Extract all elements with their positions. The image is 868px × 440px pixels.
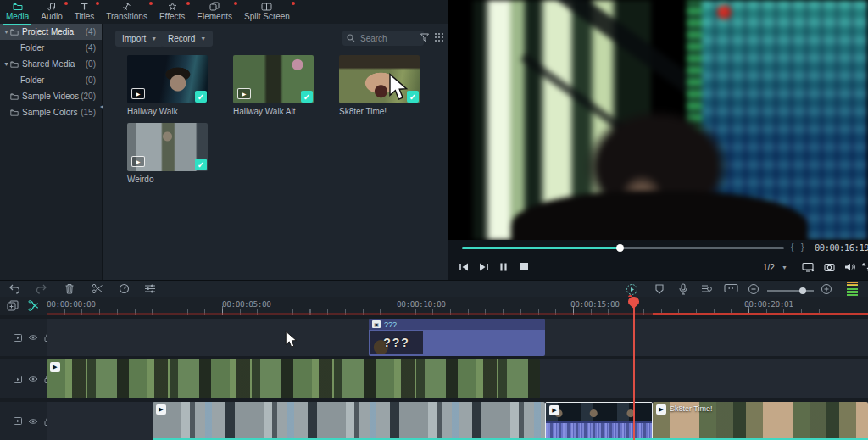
- media-item-label: Hallway Walk: [127, 107, 220, 116]
- clip-overlay-mystery[interactable]: ▣ ??? ???: [369, 319, 545, 356]
- chevron-down-icon: ▼: [782, 265, 787, 270]
- redo-icon[interactable]: [36, 283, 47, 294]
- next-frame-button[interactable]: [479, 262, 490, 272]
- sidebar-item-sample-videos[interactable]: Sample Videos (20): [0, 88, 102, 104]
- record-label: Record: [168, 34, 195, 43]
- media-item-hallway-walk[interactable]: ▶ ✓: [127, 55, 208, 103]
- timecode-display: 00:00:16:19: [815, 242, 868, 253]
- tab-transitions[interactable]: Transitions: [100, 0, 153, 25]
- display-device-icon[interactable]: [802, 262, 815, 272]
- previous-frame-button[interactable]: [458, 262, 469, 272]
- zoom-slider-handle[interactable]: [799, 287, 806, 294]
- split-scissors-icon[interactable]: [92, 283, 103, 294]
- pause-button[interactable]: [499, 262, 508, 272]
- timeline-zoom-slider[interactable]: [767, 290, 814, 292]
- zoom-out-icon[interactable]: [748, 283, 760, 295]
- preview-video-frame: [448, 0, 868, 240]
- track-visibility-eye-icon[interactable]: [28, 418, 38, 425]
- clip-weirdo[interactable]: ▶: [153, 402, 545, 440]
- speed-dial-icon[interactable]: [119, 283, 130, 294]
- undo-icon[interactable]: [8, 283, 20, 294]
- track-lane[interactable]: ▣ ??? ???: [47, 319, 868, 356]
- split-screen-icon: [261, 2, 272, 11]
- tab-label: Split Screen: [244, 12, 290, 21]
- track-visibility-eye-icon[interactable]: [28, 376, 38, 382]
- item-count: (15): [81, 108, 96, 117]
- voiceover-mic-icon[interactable]: [678, 283, 688, 295]
- media-item-sk8ter-time[interactable]: ✓: [339, 55, 420, 103]
- tab-effects[interactable]: Effects: [153, 0, 191, 25]
- text-icon: [80, 2, 89, 11]
- seek-bar-fill: [462, 247, 620, 249]
- fullscreen-expand-icon[interactable]: [861, 262, 868, 272]
- item-count: (4): [86, 27, 96, 36]
- item-count: (0): [86, 75, 96, 85]
- image-clip-icon: ▣: [372, 320, 381, 328]
- media-item-label: Hallway Walk Alt: [233, 107, 326, 116]
- layers-icon: [209, 2, 220, 11]
- stop-button[interactable]: [520, 262, 529, 271]
- notification-dot: [64, 2, 68, 5]
- adjust-sliders-icon[interactable]: [144, 283, 156, 294]
- clip-thumbnail: ???: [370, 331, 423, 354]
- audio-level-meter[interactable]: [847, 282, 858, 296]
- clip-hallway-walk-alt[interactable]: ▶: [47, 359, 540, 398]
- marker-shield-icon[interactable]: [654, 283, 665, 295]
- sidebar-item-project-media[interactable]: ▼ Project Media (4): [0, 24, 102, 40]
- record-button[interactable]: Record ▼: [161, 31, 213, 47]
- track-visibility-eye-icon[interactable]: [28, 334, 38, 341]
- media-item-label: Weirdo: [127, 175, 220, 184]
- filter-funnel-icon[interactable]: [420, 32, 430, 42]
- speaker-volume-icon[interactable]: [844, 262, 855, 272]
- play-badge-icon: ▶: [50, 362, 60, 372]
- track-lane[interactable]: ▶ ▶ ▶ Sk8ter Time!: [47, 402, 868, 440]
- clip-selected-with-audio[interactable]: ▶: [545, 402, 653, 440]
- media-item-weirdo[interactable]: ▶ ✓: [127, 123, 208, 171]
- search-box[interactable]: [342, 31, 424, 46]
- checkmark-icon: ✓: [301, 91, 313, 103]
- delete-trash-icon[interactable]: [64, 283, 75, 294]
- sidebar-item-folder-2[interactable]: Folder (0): [0, 72, 102, 88]
- video-clip-badge-icon: ▶: [131, 156, 145, 167]
- tab-label: Effects: [159, 12, 185, 21]
- expander-caret-icon[interactable]: ▼: [3, 61, 10, 67]
- track-header: [0, 402, 47, 440]
- seek-handle[interactable]: [616, 244, 624, 252]
- unrendered-indicator-line-hot: [653, 313, 868, 315]
- video-clip-badge-icon: ▶: [131, 88, 145, 99]
- track-video-2: ▶: [0, 359, 868, 398]
- expander-caret-icon[interactable]: ▼: [3, 29, 10, 35]
- auto-ripple-icon[interactable]: [27, 300, 39, 311]
- zoom-in-icon[interactable]: [821, 283, 832, 295]
- mark-in-out-icon[interactable]: { }: [791, 242, 806, 252]
- track-lane[interactable]: ▶: [47, 359, 868, 398]
- folder-icon: [10, 61, 19, 68]
- view-grid-icon[interactable]: [434, 32, 444, 42]
- notification-dot: [292, 2, 295, 5]
- track-size-icon[interactable]: [724, 283, 738, 293]
- media-item-hallway-walk-alt[interactable]: ▶ ✓: [233, 55, 314, 103]
- playback-quality-dropdown[interactable]: 1/2 ▼: [763, 263, 787, 272]
- notification-dot: [96, 2, 99, 5]
- audio-waveform: [546, 421, 652, 439]
- sidebar-item-folder-1[interactable]: Folder (4): [0, 40, 102, 56]
- video-track-icon: [14, 417, 22, 425]
- tab-audio[interactable]: Audio: [35, 0, 69, 25]
- tab-titles[interactable]: Titles: [69, 0, 101, 25]
- item-count: (4): [86, 43, 96, 53]
- snapshot-camera-icon[interactable]: [824, 262, 835, 272]
- tab-elements[interactable]: Elements: [191, 0, 238, 25]
- seek-bar[interactable]: [462, 247, 784, 249]
- tab-media[interactable]: Media: [0, 0, 35, 25]
- audio-mixer-icon[interactable]: [700, 283, 712, 294]
- import-button[interactable]: Import ▼: [115, 31, 164, 47]
- sidebar-item-shared-media[interactable]: ▼ Shared Media (0): [0, 56, 102, 72]
- video-track-icon: [14, 376, 22, 383]
- clip-sk8ter-time[interactable]: ▶ Sk8ter Time!: [653, 402, 868, 440]
- tab-split-screen[interactable]: Split Screen: [238, 0, 296, 25]
- render-preview-icon[interactable]: [626, 283, 638, 296]
- sidebar-item-sample-colors[interactable]: Sample Colors (15): [0, 104, 102, 120]
- preview-player[interactable]: [448, 0, 868, 240]
- manage-tracks-icon[interactable]: [7, 300, 19, 311]
- search-input[interactable]: [359, 33, 420, 44]
